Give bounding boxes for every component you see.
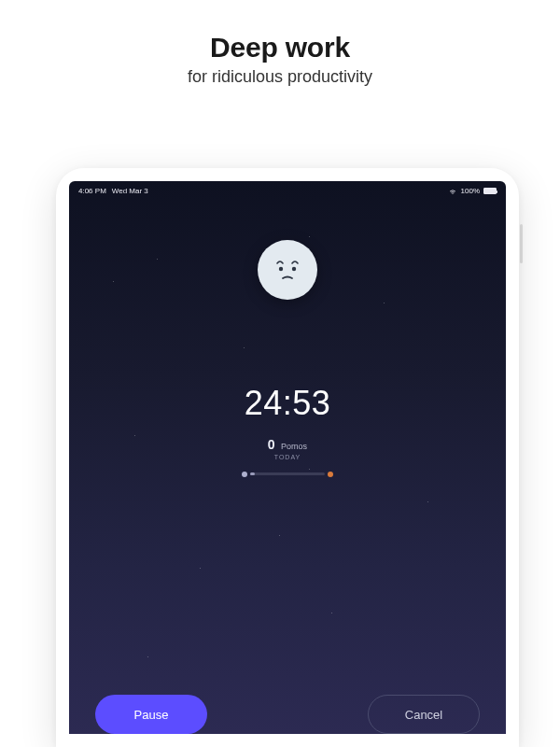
session-progress[interactable]: [245, 472, 329, 476]
timer-display: 24:53: [245, 384, 331, 423]
pomo-today-label: TODAY: [268, 454, 307, 460]
battery-icon: [483, 188, 497, 194]
main-content: 24:53 0 Pomos TODAY: [69, 195, 506, 476]
app-screen: 4:06 PM Wed Mar 3 100%: [69, 181, 506, 734]
button-row: Pause Cancel: [69, 695, 506, 734]
hero-header: Deep work for ridiculous productivity: [0, 0, 560, 113]
hero-title: Deep work: [0, 32, 560, 63]
pomo-count: 0: [268, 437, 275, 452]
svg-point-1: [292, 267, 296, 271]
status-bar: 4:06 PM Wed Mar 3 100%: [69, 181, 506, 195]
progress-bar: [250, 472, 325, 475]
status-battery-percent: 100%: [461, 187, 480, 195]
wifi-icon: [448, 188, 457, 195]
progress-start-dot: [242, 472, 247, 477]
svg-point-0: [279, 267, 283, 271]
moon-face-avatar: [258, 240, 317, 300]
face-icon: [267, 249, 308, 290]
pomo-counter: 0 Pomos TODAY: [268, 436, 307, 460]
status-date: Wed Mar 3: [112, 187, 148, 195]
tablet-frame: 4:06 PM Wed Mar 3 100%: [56, 168, 519, 747]
status-time: 4:06 PM: [78, 187, 106, 195]
device-side-button: [520, 224, 523, 263]
hero-subtitle: for ridiculous productivity: [0, 67, 560, 87]
pomo-label: Pomos: [281, 442, 307, 451]
progress-end-dot: [328, 472, 333, 477]
cancel-button[interactable]: Cancel: [368, 695, 480, 734]
progress-fill: [250, 472, 255, 475]
pause-button[interactable]: Pause: [95, 695, 207, 734]
